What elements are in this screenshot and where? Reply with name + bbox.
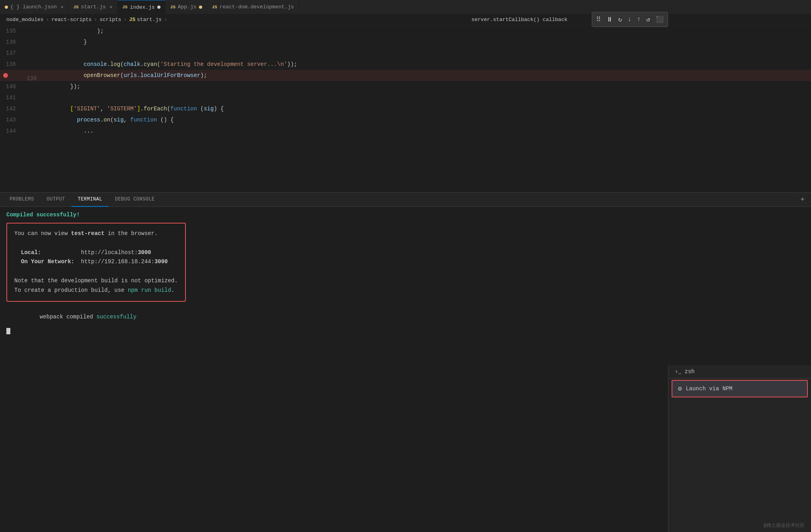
terminal-cursor [6,328,805,334]
compiled-success-text: Compiled successfully! [6,212,805,218]
breadcrumb-sep: › [124,17,127,23]
panel-tab-terminal[interactable]: TERMINAL [71,193,109,207]
panel-tab-problems[interactable]: PROBLEMS [3,193,41,207]
tab-react-dom[interactable]: JS react-dom.development.js [207,0,299,14]
info-line-2 [14,239,178,248]
tab-close-icon[interactable]: ✕ [61,4,64,10]
breadcrumb: node_modules › react-scripts › scripts ›… [0,14,811,25]
breadcrumb-node-modules: node_modules [6,17,44,23]
breadcrumb-sep: › [94,17,97,23]
terminal-icon: ›_ [675,368,682,375]
tab-bar: { } launch.json ✕ JS start.js ✕ JS index… [0,0,811,14]
tab-index-js[interactable]: JS index.js [118,0,166,14]
breadcrumb-react-scripts: react-scripts [51,17,91,23]
code-line-136: 136 } [0,37,811,48]
panel: PROBLEMS OUTPUT TERMINAL DEBUG CONSOLE +… [0,192,811,532]
tab-launch-json[interactable]: { } launch.json ✕ [0,0,69,14]
js-icon: JS [122,5,127,10]
tab-modified-dot [199,6,202,9]
panel-tab-output[interactable]: OUTPUT [41,193,71,207]
info-line-network: On Your Network: http://192.168.18.244:3… [14,257,178,267]
line-number: 141 [0,94,24,101]
breadcrumb-js-icon: JS [129,17,135,23]
panel-tabs: PROBLEMS OUTPUT TERMINAL DEBUG CONSOLE + [0,193,811,207]
info-line-3 [14,267,178,276]
main-layout: { } launch.json ✕ JS start.js ✕ JS index… [0,0,811,532]
js-icon: JS [170,5,176,10]
code-line-135: 135 ); [0,25,811,37]
line-number: 140 [0,83,24,90]
code-editor: 135 ); 136 } 137 138 console.log(chalk.c [0,25,811,192]
line-number: 143 [0,117,24,123]
panel-tabs-left: PROBLEMS OUTPUT TERMINAL DEBUG CONSOLE [3,193,161,207]
info-line-4: Note that the development build is not o… [14,276,178,286]
info-line-local: Local: http://localhost:3000 [14,248,178,258]
code-line-143: 143 process.on(sig, function () { [0,114,811,125]
info-line-1: You can now view test-react in the brows… [14,229,178,239]
launch-npm-item[interactable]: ⚙ Launch via NPM [672,380,808,397]
zsh-item[interactable]: ›_ zsh [668,365,811,378]
breadcrumb-callback: server.startCallback() callback [471,17,568,23]
breadcrumb-start-js: start.js [137,17,162,23]
breadcrumb-sep: › [46,17,49,23]
panel-add-button[interactable]: + [797,196,808,204]
debug-toolbar: ⠿ ⏸ ↻ ↓ ↑ ↺ ⬛ [592,12,668,27]
tab-label: react-dom.development.js [220,4,294,10]
launch-npm-label: Launch via NPM [686,386,733,392]
tab-modified-dot [5,6,8,9]
js-icon: JS [73,5,79,10]
tab-close-icon[interactable]: ✕ [110,4,112,10]
debug-stop-icon[interactable]: ⬛ [656,15,664,23]
debug-step-into-icon[interactable]: ↓ [628,16,631,23]
code-line-139: 139 openBrowser(urls.localUrlForBrowser)… [0,70,811,81]
tab-label: App.js [178,4,197,10]
debug-step-over-icon[interactable]: ↻ [618,15,622,23]
debug-grid-icon[interactable]: ⠿ [596,15,601,23]
js-icon: JS [212,5,217,10]
debug-restart-icon[interactable]: ↺ [646,15,650,23]
code-content: } [24,33,87,52]
gear-icon: ⚙ [678,385,682,393]
tab-app-js[interactable]: JS App.js [166,0,207,14]
info-line-5: To create a production build, use npm ru… [14,286,178,295]
panel-body: Compiled successfully! You can now view … [0,207,811,532]
breakpoint-dot [3,73,8,78]
line-number: 135 [0,28,24,34]
tab-label: index.js [130,4,154,10]
line-number: 144 [0,128,24,134]
debug-step-out-icon[interactable]: ↑ [637,16,641,23]
debug-pause-icon[interactable]: ⏸ [606,16,613,23]
code-content: ... [24,121,94,141]
tab-start-js[interactable]: JS start.js ✕ [69,0,118,14]
panel-tab-debug-console[interactable]: DEBUG CONSOLE [108,193,161,207]
breadcrumb-scripts: scripts [100,17,122,23]
tab-modified-dot [157,6,160,9]
tab-label: { } launch.json [10,4,57,10]
tab-label: start.js [81,4,106,10]
watermark: @稀土掘金技术社区 [764,522,805,529]
breadcrumb-sep: › [164,17,167,23]
line-number: 142 [0,106,24,112]
webpack-success-text: successfully [97,314,137,320]
zsh-label: zsh [685,368,695,375]
webpack-line: webpack compiled successfully [6,307,805,326]
info-box: You can now view test-react in the brows… [6,223,186,302]
right-panel: ›_ zsh ⚙ Launch via NPM [668,365,811,532]
line-number: 136 [0,39,24,45]
line-number: 137 [0,50,24,56]
